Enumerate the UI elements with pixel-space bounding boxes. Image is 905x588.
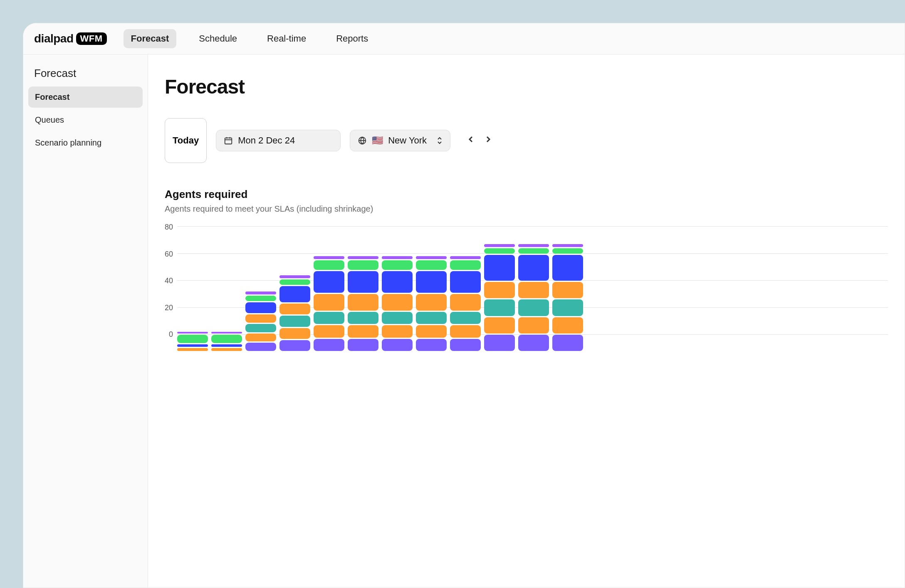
today-label: Today bbox=[173, 135, 199, 146]
bar-segment bbox=[279, 286, 310, 302]
bar-column bbox=[279, 275, 310, 351]
bar-segment bbox=[518, 299, 549, 316]
bar-segment bbox=[279, 328, 310, 339]
bar-segment bbox=[552, 248, 583, 254]
bar-segment bbox=[245, 343, 276, 351]
bar-segment bbox=[484, 244, 515, 247]
bar-segment bbox=[416, 260, 447, 270]
bars-container bbox=[177, 226, 888, 351]
nav-schedule[interactable]: Schedule bbox=[191, 29, 245, 48]
bar-segment bbox=[348, 256, 378, 259]
bar-column bbox=[211, 332, 242, 351]
bar-segment bbox=[450, 312, 481, 324]
agents-required-chart: 806040200 bbox=[165, 226, 888, 351]
bar-segment bbox=[518, 335, 549, 351]
bar-column bbox=[484, 244, 515, 351]
page-title: Forecast bbox=[165, 75, 888, 98]
bar-segment bbox=[314, 260, 344, 270]
bar-segment bbox=[348, 271, 378, 293]
brand-logo: dialpad WFM bbox=[34, 32, 107, 45]
bar-segment bbox=[518, 255, 549, 281]
bar-segment bbox=[484, 335, 515, 351]
bar-column bbox=[552, 244, 583, 351]
bar-segment bbox=[450, 256, 481, 259]
bar-segment bbox=[450, 260, 481, 270]
sidebar-item-label: Queues bbox=[35, 115, 64, 124]
bar-column bbox=[348, 256, 378, 351]
today-button[interactable]: Today bbox=[165, 118, 207, 163]
bar-segment bbox=[450, 325, 481, 338]
bar-segment bbox=[518, 282, 549, 298]
timezone-flag: 🇺🇸 bbox=[372, 135, 383, 146]
bar-segment bbox=[279, 279, 310, 285]
brand-badge: WFM bbox=[76, 32, 107, 45]
bar-segment bbox=[245, 292, 276, 294]
bar-segment bbox=[211, 348, 242, 351]
date-picker[interactable]: Mon 2 Dec 24 bbox=[216, 130, 341, 151]
bar-segment bbox=[382, 312, 413, 324]
bar-column bbox=[518, 244, 549, 351]
bar-segment bbox=[348, 260, 378, 270]
nav-forecast[interactable]: Forecast bbox=[124, 29, 177, 48]
bar-segment bbox=[552, 244, 583, 247]
bar-segment bbox=[416, 294, 447, 310]
bar-segment bbox=[450, 339, 481, 351]
bar-segment bbox=[211, 344, 242, 347]
nav-label: Real-time bbox=[267, 33, 306, 44]
nav-label: Reports bbox=[336, 33, 368, 44]
sidebar-item-forecast[interactable]: Forecast bbox=[28, 86, 143, 108]
bar-segment bbox=[416, 339, 447, 351]
bar-segment bbox=[552, 317, 583, 334]
bar-segment bbox=[518, 248, 549, 254]
bar-segment bbox=[314, 325, 344, 338]
bar-segment bbox=[484, 317, 515, 334]
timezone-label: New York bbox=[388, 135, 427, 146]
bar-column bbox=[245, 292, 276, 351]
chevron-updown-icon bbox=[437, 136, 443, 145]
top-nav: Forecast Schedule Real-time Reports bbox=[124, 29, 376, 48]
bar-segment bbox=[450, 271, 481, 293]
nav-label: Schedule bbox=[199, 33, 237, 44]
nav-label: Forecast bbox=[131, 33, 169, 44]
bar-segment bbox=[416, 271, 447, 293]
sidebar-title: Forecast bbox=[28, 67, 143, 86]
bar-segment bbox=[245, 302, 276, 313]
chart-title: Agents required bbox=[165, 188, 888, 201]
body: Forecast Forecast Queues Scenario planni… bbox=[23, 54, 905, 588]
sidebar-item-queues[interactable]: Queues bbox=[28, 109, 143, 131]
timezone-picker[interactable]: 🇺🇸 New York bbox=[350, 130, 450, 151]
bar-segment bbox=[484, 255, 515, 281]
bar-segment bbox=[314, 294, 344, 310]
bar-segment bbox=[245, 324, 276, 332]
app-window: dialpad WFM Forecast Schedule Real-time … bbox=[23, 23, 905, 588]
bar-segment bbox=[416, 256, 447, 259]
bar-segment bbox=[382, 271, 413, 293]
bar-segment bbox=[416, 312, 447, 324]
bar-segment bbox=[382, 339, 413, 351]
sidebar-item-scenario-planning[interactable]: Scenario planning bbox=[28, 132, 143, 153]
date-nav-arrows bbox=[468, 135, 491, 146]
bar-segment bbox=[382, 260, 413, 270]
prev-button[interactable] bbox=[468, 135, 474, 146]
bar-segment bbox=[382, 256, 413, 259]
bar-segment bbox=[314, 312, 344, 324]
nav-reports[interactable]: Reports bbox=[329, 29, 376, 48]
bar-segment bbox=[416, 325, 447, 338]
chart-subtitle: Agents required to meet your SLAs (inclu… bbox=[165, 204, 888, 214]
bar-segment bbox=[552, 255, 583, 281]
svg-rect-0 bbox=[225, 138, 232, 144]
bar-segment bbox=[211, 335, 242, 343]
bar-segment bbox=[382, 325, 413, 338]
bar-segment bbox=[484, 299, 515, 316]
date-label: Mon 2 Dec 24 bbox=[238, 135, 295, 146]
sidebar: Forecast Forecast Queues Scenario planni… bbox=[23, 54, 148, 588]
nav-realtime[interactable]: Real-time bbox=[260, 29, 314, 48]
bar-column bbox=[177, 332, 208, 351]
bar-segment bbox=[518, 317, 549, 334]
bar-segment bbox=[177, 348, 208, 351]
bar-segment bbox=[348, 325, 378, 338]
sidebar-item-label: Scenario planning bbox=[35, 138, 101, 147]
bar-column bbox=[416, 256, 447, 351]
next-button[interactable] bbox=[485, 135, 491, 146]
bar-segment bbox=[484, 248, 515, 254]
